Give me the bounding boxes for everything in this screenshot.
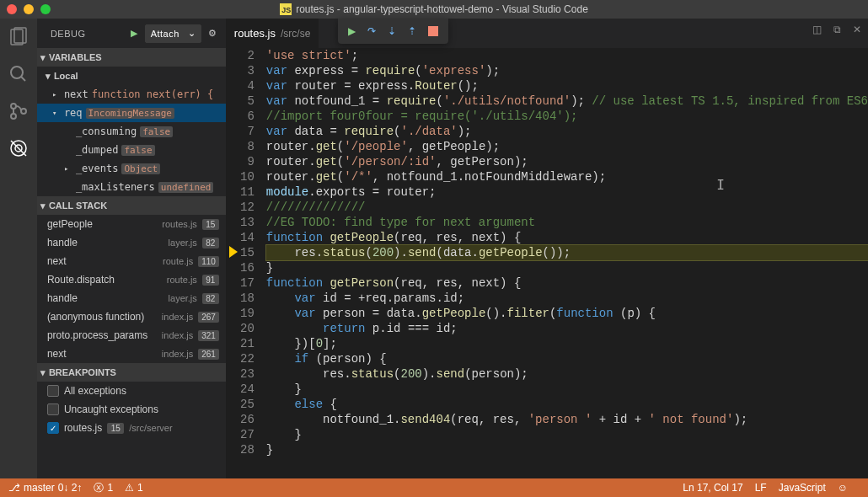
checkbox-icon[interactable]: [47, 385, 59, 397]
errors-status[interactable]: ⓧ1: [94, 481, 113, 495]
svg-point-4: [11, 104, 16, 109]
chevron-updown-icon: ⌄: [188, 28, 196, 39]
tab-routes-js[interactable]: routes.js/src/se: [226, 19, 319, 48]
language-mode-status[interactable]: JavaScript: [779, 482, 826, 494]
debug-toolbar: ▶ ↷ ⇣ ⇡: [338, 19, 448, 44]
svg-line-3: [21, 77, 25, 81]
local-scope-header[interactable]: ▾Local: [37, 67, 226, 85]
svg-point-2: [11, 67, 23, 78]
callstack-frame[interactable]: Route.dispatchroute.js91: [37, 270, 226, 289]
svg-point-5: [11, 114, 16, 119]
explorer-icon[interactable]: [7, 25, 30, 49]
callstack-frame[interactable]: proto.process_paramsindex.js321: [37, 326, 226, 345]
continue-icon[interactable]: ▶: [348, 25, 356, 37]
step-out-icon[interactable]: ⇡: [408, 25, 416, 37]
line-number-gutter[interactable]: 2345678910111213141516171819202122232425…: [226, 48, 266, 478]
editor-area: routes.js/src/se ▶ ↷ ⇣ ⇡ ◫ ⧉ ✕ 234567891…: [226, 19, 868, 478]
title-bar: JS routes.js - angular-typescript-hottow…: [0, 0, 868, 19]
checkbox-icon[interactable]: [47, 403, 59, 415]
debug-icon[interactable]: [7, 136, 30, 160]
code-editor[interactable]: 2345678910111213141516171819202122232425…: [226, 48, 868, 478]
step-over-icon[interactable]: ↷: [367, 25, 376, 37]
window-title: routes.js - angular-typescript-hottowel-…: [296, 3, 588, 15]
callstack-section-header[interactable]: ▾CALL STACK: [37, 196, 226, 215]
close-editor-icon[interactable]: ✕: [853, 24, 861, 35]
stop-icon[interactable]: [428, 26, 438, 36]
callstack-frame[interactable]: (anonymous function)index.js267: [37, 307, 226, 326]
window-close-icon[interactable]: [7, 4, 17, 14]
git-branch-icon: ⎇: [8, 482, 20, 494]
bp-file-entry[interactable]: ✓routes.js15/src/server: [37, 419, 226, 437]
start-debug-icon[interactable]: ▶: [131, 28, 138, 39]
variable-row[interactable]: ▾req IncomingMessage: [37, 104, 226, 122]
source-control-icon[interactable]: [7, 99, 30, 123]
feedback-icon[interactable]: ☺: [838, 482, 848, 494]
sidebar-title: DEBUG: [51, 29, 86, 39]
variable-row[interactable]: _maxListeners undefined: [37, 178, 226, 196]
step-into-icon[interactable]: ⇣: [388, 25, 396, 37]
variable-row[interactable]: _consuming false: [37, 122, 226, 141]
callstack-frame[interactable]: nextroute.js110: [37, 252, 226, 270]
more-actions-icon[interactable]: ⧉: [833, 24, 841, 35]
warnings-status[interactable]: ⚠1: [125, 482, 143, 494]
callstack-frame[interactable]: handlelayer.js82: [37, 289, 226, 307]
eol-status[interactable]: LF: [755, 482, 767, 494]
checkbox-checked-icon[interactable]: ✓: [47, 422, 59, 434]
callstack-frame[interactable]: handlelayer.js82: [37, 233, 226, 252]
split-editor-icon[interactable]: ◫: [812, 24, 822, 35]
status-bar: ⎇master0↓ 2↑ ⓧ1 ⚠1 Ln 17, Col 17 LF Java…: [0, 478, 868, 497]
warning-icon: ⚠: [125, 482, 134, 494]
activity-bar: [0, 19, 37, 478]
variable-row[interactable]: _dumped false: [37, 141, 226, 159]
callstack-frame[interactable]: getPeopleroutes.js15: [37, 215, 226, 233]
tab-bar: routes.js/src/se ▶ ↷ ⇣ ⇡ ◫ ⧉ ✕: [226, 19, 868, 48]
error-icon: ⓧ: [94, 481, 104, 495]
window-maximize-icon[interactable]: [40, 4, 51, 14]
bp-uncaught-exceptions[interactable]: Uncaught exceptions: [37, 400, 226, 419]
gear-icon[interactable]: ⚙: [208, 28, 217, 39]
variable-row[interactable]: ▸_events Object: [37, 159, 226, 178]
execution-pointer-icon: [229, 246, 238, 258]
window-minimize-icon[interactable]: [24, 4, 34, 14]
callstack-frame[interactable]: nextindex.js261: [37, 345, 226, 363]
sidebar-header: DEBUG ▶ Attach⌄ ⚙: [37, 19, 226, 48]
variables-section-header[interactable]: ▾VARIABLES: [37, 48, 226, 67]
js-file-icon: JS: [280, 3, 292, 15]
bp-all-exceptions[interactable]: All exceptions: [37, 382, 226, 400]
cursor-position-status[interactable]: Ln 17, Col 17: [683, 482, 742, 494]
debug-config-dropdown[interactable]: Attach⌄: [145, 24, 202, 43]
breakpoints-section-header[interactable]: ▾BREAKPOINTS: [37, 363, 226, 382]
git-branch-status[interactable]: ⎇master0↓ 2↑: [8, 482, 82, 494]
search-icon[interactable]: [7, 62, 30, 86]
variable-row[interactable]: ▸next function next(err) {: [37, 85, 226, 104]
debug-sidebar: DEBUG ▶ Attach⌄ ⚙ ▾VARIABLES ▾Local ▸nex…: [37, 19, 226, 478]
